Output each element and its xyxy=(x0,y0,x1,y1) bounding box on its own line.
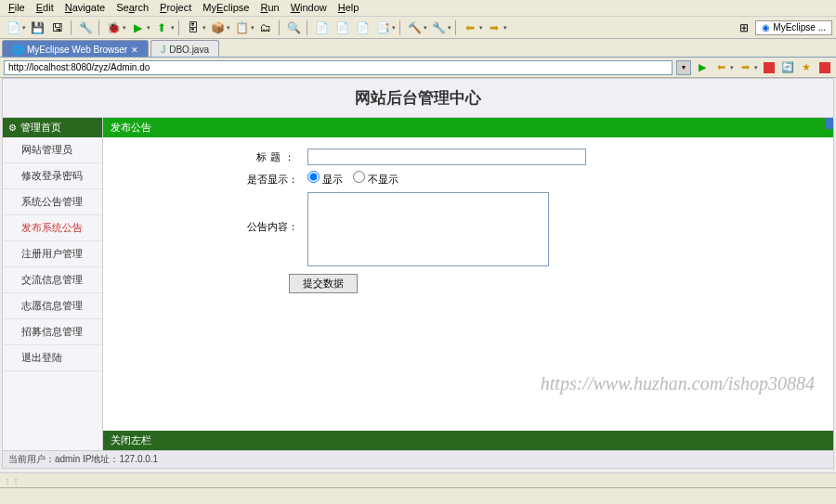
editor-tabs: 🌐 MyEclipse Web Browser ✕ J DBO.java xyxy=(0,39,836,58)
sidebar-item-3[interactable]: 发布系统公告 xyxy=(3,215,102,241)
input-title[interactable] xyxy=(307,149,586,165)
sidebar-item-7[interactable]: 招募信息管理 xyxy=(3,319,102,345)
tool-icon-5[interactable]: 🔍 xyxy=(284,19,303,36)
debug-icon[interactable]: 🐞 xyxy=(104,19,123,36)
tool-icon-8[interactable]: 📄 xyxy=(353,19,372,36)
tool-icon-1[interactable]: 🔧 xyxy=(76,19,95,36)
radio-show-no[interactable] xyxy=(353,171,365,183)
sidebar-header[interactable]: ⚙ 管理首页 xyxy=(3,118,102,137)
tool-icon-4[interactable]: 🗂 xyxy=(256,19,275,36)
new-icon[interactable]: 📄 xyxy=(4,19,22,36)
tool-icon-11[interactable]: 🔧 xyxy=(429,19,448,36)
tool-icon-9[interactable]: 📑 xyxy=(373,19,392,36)
sidebar-item-6[interactable]: 志愿信息管理 xyxy=(3,293,102,319)
radio-show-yes[interactable] xyxy=(307,171,320,183)
nav-icon-2[interactable]: ➡ xyxy=(738,60,752,75)
go-icon[interactable]: ▶ xyxy=(695,60,710,75)
ide-menubar: File Edit Navigate Search Project MyEcli… xyxy=(0,0,836,17)
globe-icon: 🌐 xyxy=(12,45,23,55)
menu-file[interactable]: File xyxy=(4,2,30,14)
perspective-open-icon[interactable]: ⊞ xyxy=(735,19,753,36)
menu-navigate[interactable]: Navigate xyxy=(60,2,110,14)
tool-icon-3[interactable]: 📋 xyxy=(232,19,251,36)
back-icon[interactable]: ⬅ xyxy=(461,19,479,36)
label-title: 标题： xyxy=(103,149,307,164)
gear-icon: ⚙ xyxy=(8,123,17,133)
save-all-icon[interactable]: 🖫 xyxy=(48,19,67,36)
radio-show-yes-label[interactable]: 显示 xyxy=(307,174,346,185)
tool-icon-7[interactable]: 📄 xyxy=(333,19,351,36)
server-icon[interactable]: 🗄 xyxy=(184,19,202,36)
content-footer[interactable]: 关闭左栏 xyxy=(103,431,833,450)
menu-project[interactable]: Project xyxy=(155,2,196,14)
radio-show-no-label[interactable]: 不显示 xyxy=(353,174,398,185)
perspective-label[interactable]: ◉ MyEclipse ... xyxy=(755,20,832,35)
stop-icon[interactable] xyxy=(762,60,777,75)
submit-button[interactable]: 提交数据 xyxy=(289,274,358,293)
package-icon[interactable]: 📦 xyxy=(208,19,227,36)
tool-icon-2[interactable]: ⬆ xyxy=(152,19,171,36)
forward-icon[interactable]: ➡ xyxy=(485,19,503,36)
nav-icon-1[interactable]: ⬅ xyxy=(713,60,728,75)
label-show: 是否显示： xyxy=(103,171,307,187)
save-icon[interactable]: 💾 xyxy=(28,19,46,36)
page-title: 网站后台管理中心 xyxy=(3,79,833,118)
address-bar: ▾ ▶ ⬅▾ ➡▾ 🔄 ★ xyxy=(0,58,836,78)
tool-icon-10[interactable]: 🔨 xyxy=(405,19,424,36)
favorite-icon[interactable]: ★ xyxy=(799,60,814,75)
sidebar-item-5[interactable]: 交流信息管理 xyxy=(3,267,102,293)
url-dropdown[interactable]: ▾ xyxy=(676,60,691,75)
tab-browser[interactable]: 🌐 MyEclipse Web Browser ✕ xyxy=(2,40,149,57)
page-status-bar: 当前用户：admin IP地址：127.0.0.1 xyxy=(3,450,833,468)
menu-myeclipse[interactable]: MyEclipse xyxy=(198,2,254,14)
menu-edit[interactable]: Edit xyxy=(32,2,59,14)
ide-status-bar xyxy=(0,487,836,504)
ide-status-sep xyxy=(0,472,836,487)
tool-icon-6[interactable]: 📄 xyxy=(312,19,331,36)
textarea-body[interactable] xyxy=(307,192,549,266)
run-icon[interactable]: ▶ xyxy=(128,19,147,36)
stop2-icon[interactable] xyxy=(817,60,832,75)
refresh-icon[interactable]: 🔄 xyxy=(780,60,795,75)
content-panel: 发布公告 标题： 是否显示： 显示 不显示 xyxy=(103,118,833,450)
tab-dbo-java[interactable]: J DBO.java xyxy=(150,40,219,57)
sidebar: ⚙ 管理首页 网站管理员 修改登录密码 系统公告管理 发布系统公告 注册用户管理… xyxy=(3,118,103,450)
java-file-icon: J xyxy=(161,45,165,55)
menu-search[interactable]: Search xyxy=(111,2,153,14)
sidebar-item-2[interactable]: 系统公告管理 xyxy=(3,189,102,215)
web-page: 网站后台管理中心 ⚙ 管理首页 网站管理员 修改登录密码 系统公告管理 发布系统… xyxy=(2,78,834,469)
scrollbar-hint xyxy=(826,118,833,129)
announcement-form: 标题： 是否显示： 显示 不显示 xyxy=(103,137,833,299)
sidebar-item-8[interactable]: 退出登陆 xyxy=(3,345,102,371)
content-header: 发布公告 xyxy=(103,118,833,137)
menu-window[interactable]: Window xyxy=(286,2,332,14)
menu-run[interactable]: Run xyxy=(255,2,283,14)
sidebar-item-0[interactable]: 网站管理员 xyxy=(3,137,102,163)
ide-toolbar: 📄▾ 💾 🖫 🔧 🐞▾ ▶▾ ⬆▾ 🗄▾ 📦▾ 📋▾ 🗂 🔍 📄 📄 📄 📑▾ … xyxy=(0,17,836,39)
sidebar-item-1[interactable]: 修改登录密码 xyxy=(3,163,102,189)
sidebar-item-4[interactable]: 注册用户管理 xyxy=(3,241,102,267)
label-body: 公告内容： xyxy=(103,192,307,234)
drag-handle-icon: ⋮⋮ xyxy=(4,477,20,485)
menu-help[interactable]: Help xyxy=(333,2,364,14)
url-input[interactable] xyxy=(4,60,673,75)
close-icon[interactable]: ✕ xyxy=(131,45,138,55)
